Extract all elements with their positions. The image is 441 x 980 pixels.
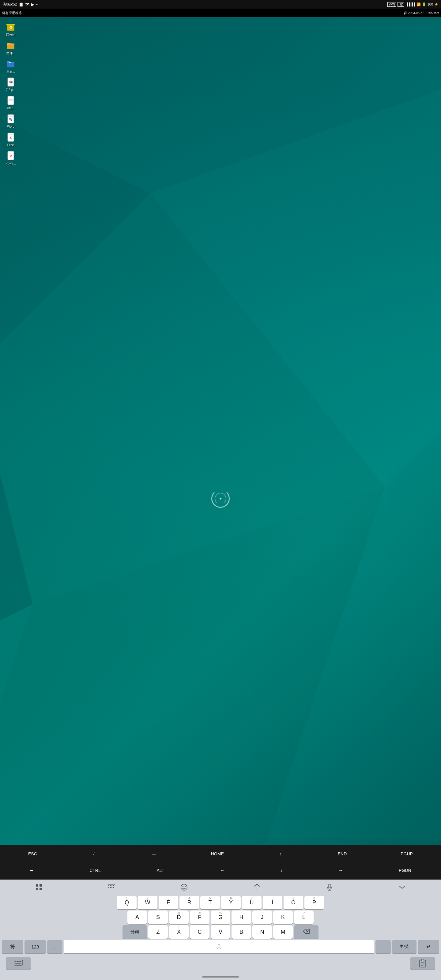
all-apps-label[interactable]: 所有应用程序: [2, 11, 22, 15]
recycle-icon: ♻: [5, 21, 16, 32]
desktop-icon-7zip[interactable]: ZIP 7-Zip...: [1, 75, 20, 93]
desktop-icon-powerpoint[interactable]: P Powe...: [1, 149, 20, 167]
desktop-icon-internet[interactable]: Inter...: [1, 94, 20, 111]
dot-icon: ●: [36, 3, 38, 6]
taskbar: 所有应用程序 🔊 2023-03-27 10:55 root: [0, 9, 221, 17]
internet-icon: [5, 95, 16, 106]
home-icon: [5, 58, 16, 69]
status-bar: 傍晚6:52 📋 🗺 ▶ ● VPN HD ▐▐▐▐ 📶 🔋 100 ⚡: [0, 0, 221, 9]
desktop-icon-files[interactable]: 文件...: [1, 38, 20, 56]
note-icon: 📋: [19, 2, 24, 7]
debian-spinner: [211, 489, 221, 490]
terminal-icon: ▶: [31, 2, 34, 7]
excel-label: Excel: [7, 143, 14, 147]
desktop-bg-svg: [0, 17, 221, 490]
svg-text:X: X: [10, 136, 12, 140]
internet-label: Inter...: [6, 107, 15, 110]
svg-rect-15: [9, 62, 11, 63]
desktop-icon-home[interactable]: 主文...: [1, 57, 20, 75]
svg-text:♻: ♻: [9, 25, 13, 30]
recycle-label: 回收站: [6, 33, 15, 37]
svg-rect-19: [8, 96, 14, 105]
desktop-icon-recycle[interactable]: ♻ 回收站: [1, 20, 20, 38]
desktop-icon-excel[interactable]: X Excel: [1, 130, 20, 148]
files-icon: [5, 40, 16, 51]
home-label: 主文...: [6, 70, 15, 73]
svg-rect-11: [6, 24, 15, 25]
word-label: Word: [7, 125, 14, 129]
powerpoint-icon: P: [5, 150, 16, 161]
word-icon: W: [5, 113, 16, 124]
map-icon: 🗺: [25, 2, 29, 7]
files-label: 文件...: [6, 51, 15, 55]
svg-text:P: P: [10, 155, 12, 158]
zip-label: 7-Zip...: [6, 88, 15, 92]
desktop[interactable]: ♻ 回收站 文件... 主文...: [0, 17, 221, 490]
debian-spiral-outer: [211, 489, 221, 490]
zip-icon: ZIP: [5, 76, 16, 88]
desktop-icon-word[interactable]: W Word: [1, 112, 20, 130]
status-left: 傍晚6:52 📋 🗺 ▶ ●: [2, 2, 38, 7]
svg-text:ZIP: ZIP: [9, 81, 13, 84]
status-time: 傍晚6:52: [2, 2, 17, 7]
powerpoint-label: Powe...: [5, 162, 16, 165]
excel-icon: X: [5, 132, 16, 143]
svg-text:W: W: [9, 118, 12, 121]
taskbar-left: 所有应用程序: [2, 11, 22, 15]
desktop-icons: ♻ 回收站 文件... 主文...: [1, 20, 20, 167]
